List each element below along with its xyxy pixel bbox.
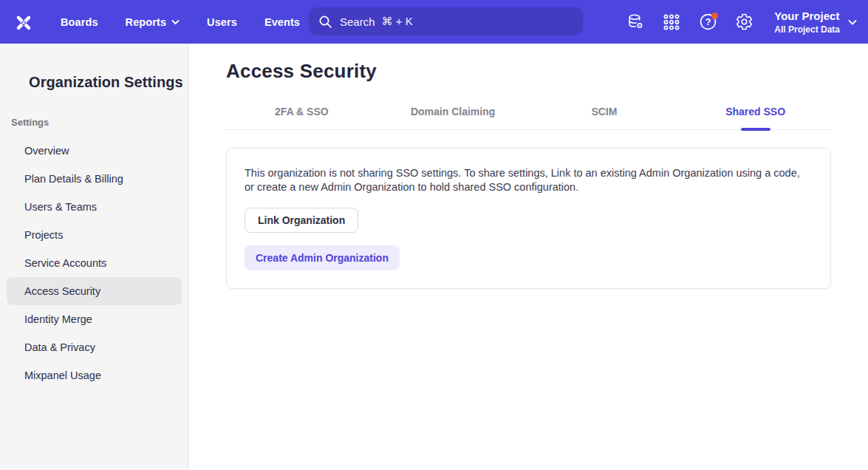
- sidebar-nav: Overview Plan Details & Billing Users & …: [0, 137, 188, 389]
- search-shortcut: ⌘ + K: [382, 15, 413, 28]
- sidebar-item-access-security[interactable]: Access Security: [7, 277, 182, 305]
- settings-sidebar: Organization Settings Settings Overview …: [0, 44, 189, 470]
- sidebar-section-label: Settings: [11, 117, 188, 128]
- tab-2fa-sso[interactable]: 2FA & SSO: [226, 106, 377, 129]
- primary-nav: Boards Reports Users Events: [61, 16, 300, 28]
- shared-sso-description: This organization is not sharing SSO set…: [245, 166, 809, 194]
- page-title: Access Security: [226, 60, 831, 83]
- chevron-down-icon: [848, 19, 857, 25]
- nav-users[interactable]: Users: [207, 16, 237, 28]
- project-name: Your Project: [774, 10, 840, 23]
- data-management-icon[interactable]: [626, 13, 645, 32]
- sidebar-item-label: Data & Privacy: [24, 341, 95, 353]
- sidebar-item-label: Projects: [24, 229, 63, 241]
- sidebar-item-identity-merge[interactable]: Identity Merge: [7, 305, 182, 333]
- project-subtitle: All Project Data: [774, 24, 840, 35]
- nav-reports-label: Reports: [126, 16, 167, 28]
- tab-label: Shared SSO: [725, 106, 785, 117]
- nav-events[interactable]: Events: [264, 16, 300, 28]
- tab-scim[interactable]: SCIM: [529, 106, 680, 129]
- shared-sso-card: This organization is not sharing SSO set…: [226, 148, 831, 289]
- sidebar-item-label: Access Security: [24, 285, 100, 297]
- sidebar-item-overview[interactable]: Overview: [7, 137, 182, 165]
- nav-users-label: Users: [207, 16, 237, 28]
- sidebar-title: Organization Settings: [29, 74, 188, 91]
- sidebar-item-label: Overview: [24, 145, 69, 157]
- link-organization-button[interactable]: Link Organization: [245, 208, 358, 233]
- nav-events-label: Events: [264, 16, 300, 28]
- nav-boards[interactable]: Boards: [61, 16, 98, 28]
- tab-label: SCIM: [591, 106, 617, 117]
- tab-domain-claiming[interactable]: Domain Claiming: [377, 106, 529, 129]
- navbar-right-controls: ? Your Project All Project Data: [626, 0, 857, 44]
- search-input[interactable]: Search ⌘ + K: [309, 7, 583, 35]
- top-navbar: Boards Reports Users Events Search ⌘ + K: [0, 0, 868, 44]
- sidebar-item-label: Plan Details & Billing: [24, 173, 123, 185]
- svg-text:?: ?: [705, 17, 711, 27]
- project-switcher[interactable]: Your Project All Project Data: [774, 10, 857, 35]
- sidebar-item-plan-details-billing[interactable]: Plan Details & Billing: [7, 165, 182, 193]
- sidebar-item-label: Identity Merge: [24, 313, 92, 325]
- nav-boards-label: Boards: [61, 16, 98, 28]
- nav-reports[interactable]: Reports: [126, 16, 180, 28]
- sidebar-item-mixpanel-usage[interactable]: Mixpanel Usage: [7, 361, 182, 389]
- mixpanel-logo-icon[interactable]: [13, 11, 35, 33]
- search-placeholder: Search: [340, 16, 375, 28]
- sidebar-item-projects[interactable]: Projects: [7, 221, 182, 249]
- sidebar-item-users-teams[interactable]: Users & Teams: [7, 193, 182, 221]
- create-admin-organization-button[interactable]: Create Admin Organization: [245, 245, 400, 270]
- settings-gear-icon[interactable]: [734, 13, 753, 32]
- apps-grid-icon[interactable]: [662, 13, 681, 32]
- help-icon[interactable]: ?: [698, 13, 717, 32]
- search-icon: [318, 15, 332, 29]
- tab-label: 2FA & SSO: [275, 106, 329, 117]
- tab-label: Domain Claiming: [411, 106, 495, 117]
- main-content: Access Security 2FA & SSO Domain Claimin…: [189, 44, 868, 470]
- sidebar-item-service-accounts[interactable]: Service Accounts: [7, 249, 182, 277]
- tab-bar: 2FA & SSO Domain Claiming SCIM Shared SS…: [226, 106, 831, 130]
- sidebar-item-label: Mixpanel Usage: [24, 369, 101, 381]
- sidebar-item-data-privacy[interactable]: Data & Privacy: [7, 333, 182, 361]
- chevron-down-icon: [171, 19, 180, 25]
- tab-shared-sso[interactable]: Shared SSO: [680, 106, 831, 129]
- help-notification-dot: [711, 13, 718, 19]
- sidebar-item-label: Service Accounts: [24, 257, 106, 269]
- sidebar-item-label: Users & Teams: [24, 201, 97, 213]
